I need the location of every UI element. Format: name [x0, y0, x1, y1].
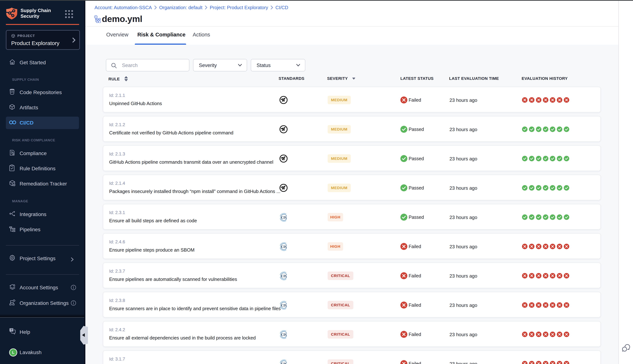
svg-text:CIS: CIS — [281, 362, 287, 364]
svg-text:CIS: CIS — [281, 304, 287, 307]
svg-text:CIS: CIS — [281, 245, 287, 249]
svg-text:CIS: CIS — [281, 216, 287, 219]
svg-text:?: ? — [10, 328, 12, 332]
svg-text:CIS: CIS — [281, 333, 287, 336]
svg-text:CIS: CIS — [281, 274, 287, 278]
